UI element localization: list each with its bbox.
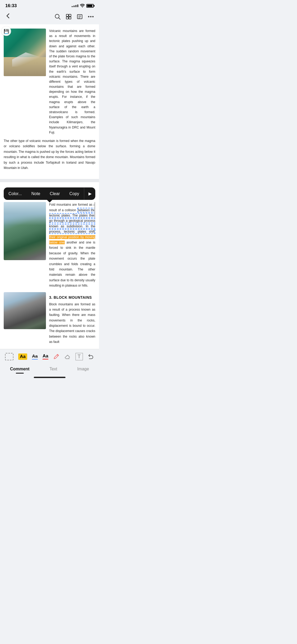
top-nav bbox=[0, 10, 99, 24]
selection-box-icon bbox=[5, 353, 13, 360]
home-indicator bbox=[0, 375, 99, 379]
bottom-toolbar: Aa Aa Aa T bbox=[0, 349, 99, 363]
save-icon-circle[interactable]: 💾 bbox=[2, 26, 11, 36]
home-bar bbox=[34, 377, 65, 378]
section-block: 3. BLOCK MOUNTAINS Block mountains are f… bbox=[4, 292, 95, 345]
section-fold: Fold mountains are formed as a result of… bbox=[4, 202, 95, 288]
block-text-col: 3. BLOCK MOUNTAINS Block mountains are f… bbox=[49, 292, 95, 345]
svg-point-9 bbox=[88, 16, 89, 17]
color-button[interactable]: Color... bbox=[4, 188, 27, 200]
selection-tool-button[interactable] bbox=[3, 352, 16, 361]
svg-point-10 bbox=[90, 16, 92, 17]
scroll-indicator bbox=[94, 202, 95, 218]
svg-rect-2 bbox=[69, 14, 71, 16]
tab-comment[interactable]: Comment bbox=[5, 366, 35, 372]
tooltip-popup: Color... Note Clear Copy ▶ bbox=[4, 187, 95, 200]
text-tool-button[interactable]: T bbox=[73, 352, 85, 361]
copy-button[interactable]: Copy bbox=[65, 188, 84, 200]
content-area: 💾 Volcanic mountains are formed as a res… bbox=[0, 24, 99, 179]
note-button[interactable]: Note bbox=[27, 188, 45, 200]
volcanic-body-text: The other type of volcanic mountain is f… bbox=[4, 138, 95, 171]
eraser-tool-button[interactable] bbox=[62, 352, 73, 361]
search-button[interactable] bbox=[55, 14, 60, 20]
bottom-tabs: Comment Text Image bbox=[0, 363, 99, 375]
undo-icon bbox=[88, 353, 94, 360]
back-button[interactable] bbox=[5, 12, 11, 21]
volcanic-text: Volcanic mountains are formed as a resul… bbox=[49, 29, 95, 135]
fold-section: Fold mountains are formed as a result of… bbox=[4, 202, 95, 288]
status-time: 16:33 bbox=[5, 3, 17, 8]
pen-tool-button[interactable] bbox=[51, 352, 62, 361]
highlight-aa-icon: Aa bbox=[18, 353, 27, 360]
fold-image bbox=[4, 202, 46, 260]
text-icon: T bbox=[76, 353, 83, 360]
signal-icon bbox=[72, 4, 78, 7]
pen-icon bbox=[53, 353, 59, 360]
fold-text: Fold mountains are formed as a result of… bbox=[49, 202, 95, 288]
underline-aa-icon: Aa bbox=[43, 353, 48, 360]
undo-button[interactable] bbox=[86, 352, 96, 361]
underline-tool-button[interactable]: Aa bbox=[40, 352, 50, 361]
volcanic-image-container: 💾 bbox=[4, 29, 46, 135]
toolbar-icons: Aa Aa Aa T bbox=[0, 352, 99, 361]
svg-rect-1 bbox=[66, 14, 68, 16]
tab-image[interactable]: Image bbox=[72, 366, 94, 372]
nav-icons bbox=[55, 14, 94, 20]
volcanic-image bbox=[4, 29, 46, 76]
list-button[interactable] bbox=[77, 14, 83, 20]
highlight-tool-button[interactable]: Aa bbox=[16, 352, 29, 361]
tab-text[interactable]: Text bbox=[44, 366, 62, 372]
block-mountains-heading: 3. BLOCK MOUNTAINS bbox=[49, 295, 95, 300]
section-volcanic: 💾 Volcanic mountains are formed as a res… bbox=[4, 29, 95, 135]
status-bar: 16:33 bbox=[0, 0, 99, 10]
save-icon: 💾 bbox=[4, 29, 9, 34]
block-mountains-text: Block mountains are formed as a result o… bbox=[49, 302, 95, 345]
more-button[interactable] bbox=[88, 16, 94, 17]
eraser-icon bbox=[64, 353, 70, 360]
clear-button[interactable]: Clear bbox=[45, 188, 64, 200]
grid-button[interactable] bbox=[66, 14, 72, 20]
tooltip-more-button[interactable]: ▶ bbox=[84, 187, 96, 200]
section-divider bbox=[0, 179, 99, 182]
status-icons bbox=[72, 4, 94, 8]
svg-rect-4 bbox=[69, 17, 71, 19]
content-area-2: Color... Note Clear Copy ▶ Fold mountain… bbox=[0, 182, 99, 349]
svg-point-11 bbox=[92, 16, 94, 17]
fold-text-normal-2: another and one is forced to sink in the… bbox=[49, 241, 95, 287]
strikethrough-tool-button[interactable]: Aa bbox=[30, 353, 40, 361]
wifi-icon bbox=[80, 4, 85, 8]
svg-rect-3 bbox=[66, 17, 68, 19]
strikethrough-aa-icon: Aa bbox=[32, 354, 38, 360]
block-mountain-image bbox=[4, 292, 46, 329]
battery-icon bbox=[86, 4, 94, 8]
